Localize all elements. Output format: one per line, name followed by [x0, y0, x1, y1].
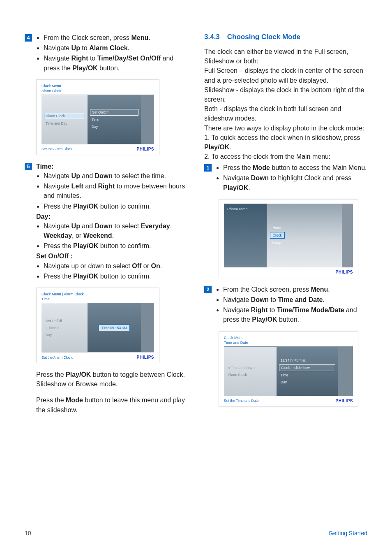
- figB-title: Time and Date: [224, 341, 353, 347]
- photoframe-label: PhotoFrame: [227, 207, 248, 211]
- figB-right-pane: 12/24 hr Format Clock in slideshow Time …: [277, 347, 338, 396]
- mode-paragraph: Press the Mode button to leave this menu…: [36, 395, 188, 414]
- manual-page: 4 From the Clock screen, press Menu. Nav…: [0, 0, 392, 557]
- clockmode-step2-body: From the Clock screen, press Menu. Navig…: [216, 285, 367, 325]
- menu-item-clock-selected: Clock: [270, 232, 285, 239]
- day-bullet-2: Press the Play/OK button to confirm.: [44, 241, 188, 251]
- intro-line-7: 2. To access the clock from the Main men…: [204, 152, 367, 161]
- set-bullet-1: Navigate up or down to select Off or On.: [44, 261, 188, 271]
- step-5-body: Time: Navigate Up and Down to select the…: [36, 162, 188, 282]
- section-label: Getting Started: [329, 530, 367, 536]
- fig1-breadcrumb: Clock Menu: [42, 84, 154, 88]
- fig1-hint: Set the Alarm Clock.: [42, 147, 73, 151]
- cm1-bullet-b: Navigate Down to highlight Clock and pre…: [223, 173, 367, 192]
- figA-panel: PhotoFrame Photo Clock Setup: [224, 204, 353, 267]
- day-bullet-1: Navigate Up and Down to select Everyday,…: [44, 221, 188, 240]
- figB-hint: Set the Time and Date.: [224, 399, 260, 403]
- step-4-body: From the Clock screen, press Menu. Navig…: [36, 33, 188, 74]
- submenu-day: Day: [279, 379, 335, 385]
- fig1-panel: Alarm Clock Time and Day Set On/Off Time…: [42, 95, 154, 144]
- menu-item-day: Day: [44, 332, 85, 338]
- menu-item-alarm-clock: Alarm Clock: [226, 372, 274, 378]
- philips-logo: PHILIPS: [137, 147, 154, 151]
- fig2-title: Time: [42, 297, 154, 303]
- time-bullet-3: Press the Play/OK button to confirm.: [44, 202, 188, 211]
- step-number-badge: 2: [204, 286, 212, 293]
- submenu-1224: 12/24 hr Format: [279, 357, 335, 363]
- figB-photo-placeholder: [338, 347, 353, 396]
- set-bullet-2: Press the Play/OK button to confirm.: [44, 272, 188, 281]
- clockmode-step1-body: Press the Mode button to access the Main…: [216, 163, 367, 193]
- intro-line-3: Slideshow - displays the clock in the bo…: [204, 85, 367, 104]
- clock-menu-alarm-screenshot: Clock Menu Alarm Clock Alarm Clock Time …: [36, 79, 159, 155]
- page-number: 10: [25, 530, 31, 536]
- setonoff-heading: Set On/Off :: [36, 251, 188, 261]
- cm2-bullet-b: Navigate Down to Time and Date.: [223, 295, 367, 304]
- menu-item-photo: Photo: [270, 225, 283, 231]
- step4-bullet-2: Navigate Up to Alarm Clock.: [44, 43, 188, 53]
- intro-line-5: There are two ways to display photo in t…: [204, 123, 367, 133]
- fig1-left-pane: Alarm Clock Time and Day: [42, 95, 88, 144]
- submenu-time: Time: [90, 117, 138, 123]
- menu-item-time-and-day-sel: « Time and Day »: [226, 365, 274, 371]
- page-footer: 10 Getting Started: [25, 530, 367, 536]
- figB-breadcrumb: Clock Menu: [224, 336, 353, 340]
- cm2-bullet-c: Navigate Right to Time/Time Mode/Date an…: [223, 305, 367, 324]
- figB-left-pane: « Time and Day » Alarm Clock: [224, 347, 277, 396]
- philips-logo: PHILIPS: [336, 399, 353, 403]
- fig1-photo-placeholder: [141, 95, 154, 144]
- intro-line-1: The clock can either be viewed in the Fu…: [204, 47, 367, 66]
- figB-footer: Set the Time and Date. PHILIPS: [224, 396, 353, 403]
- step-5: 5 Time: Navigate Up and Down to select t…: [25, 162, 188, 282]
- fig2-panel: Set On/Off « Time » Day Time 09 : 53 AM: [42, 303, 154, 353]
- section-title: Choosing Clock Mode: [227, 33, 301, 41]
- submenu-clock-in-slideshow: Clock in slideshow: [279, 364, 335, 371]
- intro-line-2: Full Screen – displays the clock in cent…: [204, 66, 367, 85]
- intro-line-4: Both - displays the clock in both full s…: [204, 104, 367, 123]
- time-bullet-2: Navigate Left and Right to move between …: [44, 181, 188, 200]
- step-number-badge: 1: [204, 164, 212, 172]
- fig2-breadcrumb: Clock Menu | Alarm Clock: [42, 292, 154, 296]
- submenu-time: Time: [279, 372, 335, 378]
- time-bullet-1: Navigate Up and Down to select the time.: [44, 171, 188, 181]
- time-value-editor: Time 09 : 53 AM: [99, 325, 130, 331]
- menu-item-set-onoff: Set On/Off: [44, 318, 85, 324]
- step-number-badge: 5: [25, 163, 32, 170]
- toggle-paragraph: Press the Play/OK button to toggle betwe…: [36, 370, 188, 389]
- alarm-time-screenshot: Clock Menu | Alarm Clock Time Set On/Off…: [36, 288, 159, 363]
- cm1-bullet-a: Press the Mode button to access the Main…: [223, 163, 367, 172]
- fig1-footer: Set the Alarm Clock. PHILIPS: [42, 144, 154, 151]
- figA-right-pane: Photo Clock Setup: [267, 204, 342, 267]
- step4-bullet-3: Navigate Right to Time/Day/Set On/Off an…: [44, 53, 188, 72]
- philips-logo: PHILIPS: [336, 270, 353, 274]
- menu-item-alarm-clock: Alarm Clock: [44, 113, 85, 119]
- two-column-layout: 4 From the Clock screen, press Menu. Nav…: [25, 33, 367, 421]
- clockmode-step-1: 1 Press the Mode button to access the Ma…: [204, 163, 367, 193]
- fig2-right-pane: Time 09 : 53 AM: [88, 303, 141, 352]
- time-heading: Time:: [36, 162, 188, 171]
- menu-item-time-sel: « Time »: [44, 325, 85, 331]
- philips-logo: PHILIPS: [137, 355, 154, 360]
- menu-item-time-and-day: Time and Day: [44, 121, 85, 126]
- photoframe-main-screenshot: PhotoFrame Photo Clock Setup PHILIPS: [219, 199, 358, 278]
- menu-item-setup: Setup: [270, 240, 283, 246]
- fig2-hint: Set the Alarm Clock.: [42, 355, 73, 360]
- step4-bullet-1: From the Clock screen, press Menu.: [44, 33, 188, 42]
- step-number-badge: 4: [25, 34, 32, 42]
- submenu-day: Day: [90, 124, 138, 130]
- section-number: 3.4.3: [204, 33, 220, 41]
- left-column: 4 From the Clock screen, press Menu. Nav…: [25, 33, 188, 421]
- submenu-set-onoff: Set On/Off: [90, 109, 138, 116]
- day-heading: Day:: [36, 212, 188, 221]
- cm2-bullet-a: From the Clock screen, press Menu.: [223, 285, 367, 294]
- step-4: 4 From the Clock screen, press Menu. Nav…: [25, 33, 188, 74]
- fig1-title: Alarm Clock: [42, 89, 154, 95]
- section-heading: 3.4.3Choosing Clock Mode: [204, 33, 367, 41]
- clockmode-step-2: 2 From the Clock screen, press Menu. Nav…: [204, 285, 367, 325]
- right-column: 3.4.3Choosing Clock Mode The clock can e…: [204, 33, 367, 421]
- fig1-right-pane: Set On/Off Time Day: [88, 95, 141, 144]
- figA-left-pane: PhotoFrame: [224, 204, 267, 267]
- fig2-photo-placeholder: [141, 303, 154, 352]
- intro-line-6: 1. To quick access the clock when in sli…: [204, 133, 367, 152]
- clock-menu-timedate-screenshot: Clock Menu Time and Date « Time and Day …: [219, 331, 358, 407]
